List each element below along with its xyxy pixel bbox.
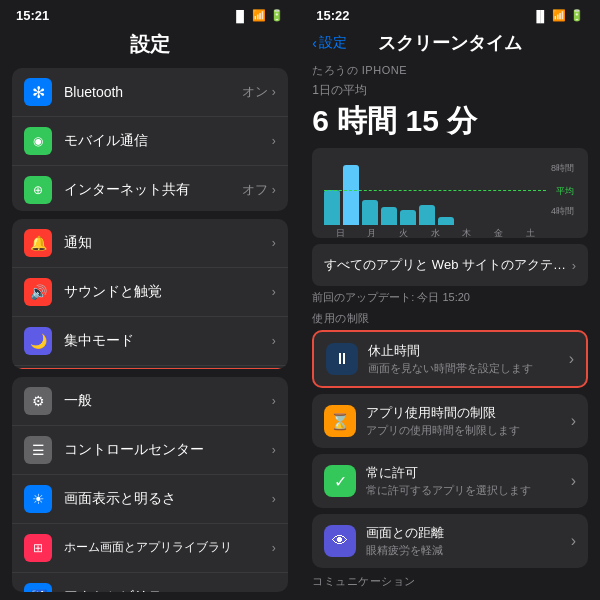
hotspot-value: オフ	[242, 181, 268, 199]
restriction-downtime[interactable]: ⏸ 休止時間 画面を見ない時間帯を設定します ›	[312, 330, 588, 388]
app-limits-title: アプリ使用時間の制限	[366, 404, 570, 422]
screen-content: たろうの IPHONE 1日の平均 6 時間 15 分 8時間 平均 4時間	[300, 63, 600, 600]
day-tue: 火	[399, 227, 408, 240]
mobile-icon: ◉	[24, 127, 52, 155]
sound-chevron: ›	[272, 285, 276, 299]
always-allowed-chevron: ›	[571, 472, 576, 490]
usage-chart: 8時間 平均 4時間	[312, 148, 588, 238]
bluetooth-label: Bluetooth	[64, 84, 242, 100]
control-icon: ☰	[24, 436, 52, 464]
settings-item-accessibility[interactable]: ♿ アクセシビリティ ›	[12, 573, 288, 592]
settings-group-display: ⚙ 一般 › ☰ コントロールセンター › ☀ 画面表示と明るさ › ⊞ ホーム…	[12, 377, 288, 592]
comm-section-header: コミュニケーション	[312, 574, 588, 589]
sound-icon: 🔊	[24, 278, 52, 306]
wifi-icon: 📶	[252, 9, 266, 22]
chart-bar-wed	[381, 207, 397, 225]
day-wed: 水	[431, 227, 440, 240]
general-chevron: ›	[272, 394, 276, 408]
settings-item-display[interactable]: ☀ 画面表示と明るさ ›	[12, 475, 288, 524]
day-sat: 土	[526, 227, 535, 240]
screen-distance-chevron: ›	[571, 532, 576, 550]
left-page-title: 設定	[0, 27, 300, 68]
accessibility-icon: ♿	[24, 583, 52, 592]
settings-item-mobile[interactable]: ◉ モバイル通信 ›	[12, 117, 288, 166]
screen-distance-icon: 👁	[324, 525, 356, 557]
bluetooth-value: オン	[242, 83, 268, 101]
screen-distance-title: 画面との距離	[366, 524, 570, 542]
y-label-avg: 平均	[556, 185, 574, 198]
y-label-8h: 8時間	[551, 162, 574, 175]
bar-sun	[324, 190, 340, 225]
screen-distance-row: 👁 画面との距離 眼精疲労を軽減 ›	[312, 514, 588, 568]
left-panel: 15:21 ▐▌ 📶 🔋 設定 ✻ Bluetooth オン › ◉ モバイル通…	[0, 0, 300, 600]
downtime-icon: ⏸	[326, 343, 358, 375]
general-icon: ⚙	[24, 387, 52, 415]
bar-fri	[419, 205, 435, 225]
accessibility-chevron: ›	[272, 590, 276, 592]
notifications-icon: 🔔	[24, 229, 52, 257]
always-allowed-text: 常に許可 常に許可するアプリを選択します	[366, 464, 570, 498]
y-label-4h: 4時間	[551, 205, 574, 218]
avg-line	[324, 190, 546, 191]
battery-icon: 🔋	[270, 9, 284, 22]
bar-wed	[381, 207, 397, 225]
chart-bar-sat	[438, 217, 454, 225]
day-fri: 金	[494, 227, 503, 240]
avg-time: 6 時間 15 分	[312, 101, 588, 142]
restriction-always-allowed[interactable]: ✓ 常に許可 常に許可するアプリを選択します ›	[312, 454, 588, 508]
right-status-bar: 15:22 ▐▌ 📶 🔋	[300, 0, 600, 27]
downtime-title: 休止時間	[368, 342, 568, 360]
settings-group-system: 🔔 通知 › 🔊 サウンドと触覚 › 🌙 集中モード › ⌛ スクリーンタイム …	[12, 219, 288, 368]
signal-icon: ▐▌	[232, 10, 248, 22]
settings-item-control[interactable]: ☰ コントロールセンター ›	[12, 426, 288, 475]
right-wifi-icon: 📶	[552, 9, 566, 22]
avg-label: 1日の平均	[312, 82, 588, 99]
downtime-chevron: ›	[569, 350, 574, 368]
settings-item-general[interactable]: ⚙ 一般 ›	[12, 377, 288, 426]
chart-bars-container	[320, 160, 580, 225]
all-apps-button[interactable]: すべてのアプリと Web サイトのアクテ… ›	[312, 244, 588, 286]
focus-label: 集中モード	[64, 332, 272, 350]
settings-item-bluetooth[interactable]: ✻ Bluetooth オン ›	[12, 68, 288, 117]
day-sun: 日	[336, 227, 345, 240]
hotspot-label: インターネット共有	[64, 181, 242, 199]
settings-item-focus[interactable]: 🌙 集中モード ›	[12, 317, 288, 366]
screen-distance-subtitle: 眼精疲労を軽減	[366, 543, 570, 558]
focus-icon: 🌙	[24, 327, 52, 355]
sound-label: サウンドと触覚	[64, 283, 272, 301]
display-chevron: ›	[272, 492, 276, 506]
focus-chevron: ›	[272, 334, 276, 348]
restrictions-section-header: 使用の制限	[312, 311, 588, 326]
device-label: たろうの IPHONE	[312, 63, 588, 78]
back-button[interactable]: ‹ 設定	[312, 34, 347, 52]
downtime-text: 休止時間 画面を見ない時間帯を設定します	[368, 342, 568, 376]
mobile-label: モバイル通信	[64, 132, 272, 150]
screen-distance-text: 画面との距離 眼精疲労を軽減	[366, 524, 570, 558]
device-section: たろうの IPHONE 1日の平均 6 時間 15 分	[312, 63, 588, 142]
bar-sat	[438, 217, 454, 225]
app-limits-chevron: ›	[571, 412, 576, 430]
back-label: 設定	[319, 34, 347, 52]
notifications-chevron: ›	[272, 236, 276, 250]
chart-bar-mon	[343, 165, 359, 225]
chart-bar-sun	[324, 190, 340, 225]
settings-item-notifications[interactable]: 🔔 通知 ›	[12, 219, 288, 268]
settings-group-connectivity: ✻ Bluetooth オン › ◉ モバイル通信 › ⊕ インターネット共有 …	[12, 68, 288, 211]
right-time: 15:22	[316, 8, 349, 23]
restriction-app-limits[interactable]: ⌛ アプリ使用時間の制限 アプリの使用時間を制限します ›	[312, 394, 588, 448]
accessibility-label: アクセシビリティ	[64, 588, 272, 592]
settings-item-hotspot[interactable]: ⊕ インターネット共有 オフ ›	[12, 166, 288, 211]
all-apps-label: すべてのアプリと Web サイトのアクテ…	[324, 256, 566, 274]
app-limits-text: アプリ使用時間の制限 アプリの使用時間を制限します	[366, 404, 570, 438]
left-status-bar: 15:21 ▐▌ 📶 🔋	[0, 0, 300, 27]
app-limits-icon: ⌛	[324, 405, 356, 437]
day-thu: 木	[462, 227, 471, 240]
right-status-icons: ▐▌ 📶 🔋	[532, 9, 584, 22]
settings-item-homescreen[interactable]: ⊞ ホーム画面とアプリライブラリ ›	[12, 524, 288, 573]
general-label: 一般	[64, 392, 272, 410]
settings-item-sound[interactable]: 🔊 サウンドと触覚 ›	[12, 268, 288, 317]
right-battery-icon: 🔋	[570, 9, 584, 22]
left-status-icons: ▐▌ 📶 🔋	[232, 9, 284, 22]
restriction-screen-distance[interactable]: 👁 画面との距離 眼精疲労を軽減 ›	[312, 514, 588, 568]
display-label: 画面表示と明るさ	[64, 490, 272, 508]
